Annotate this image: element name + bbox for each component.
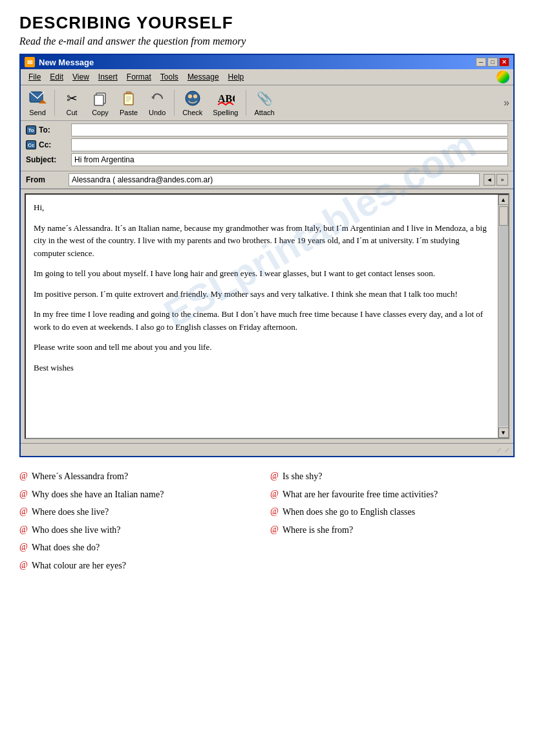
scroll-thumb[interactable] bbox=[499, 206, 508, 226]
cut-button[interactable]: ✂ Cut bbox=[59, 88, 85, 118]
subject-field-row: Subject: bbox=[26, 153, 508, 166]
cc-input[interactable] bbox=[71, 138, 508, 151]
question-icon-6: @ bbox=[19, 560, 28, 570]
question-text-2: Why does she have an Italian name? bbox=[32, 488, 164, 501]
question-8: @ What are her favourite free time activ… bbox=[270, 488, 515, 501]
cc-field-row: Cc Cc: bbox=[26, 138, 508, 151]
question-10: @ Where is she from? bbox=[270, 524, 515, 537]
copy-icon bbox=[91, 89, 109, 107]
menu-edit[interactable]: Edit bbox=[46, 71, 67, 83]
menu-insert[interactable]: Insert bbox=[94, 71, 122, 83]
cut-label: Cut bbox=[66, 109, 77, 116]
paste-button[interactable]: Paste bbox=[116, 88, 142, 118]
question-icon-3: @ bbox=[19, 506, 28, 517]
question-6: @ What colour are her eyes? bbox=[19, 559, 264, 572]
email-p1: Hi, bbox=[34, 201, 490, 214]
question-text-1: Where´s Alessandra from? bbox=[32, 470, 128, 483]
scroll-track[interactable] bbox=[499, 206, 508, 426]
cut-icon: ✂ bbox=[63, 89, 81, 107]
window-title: New Message bbox=[39, 58, 94, 67]
to-field-row: To To: bbox=[26, 124, 508, 136]
to-icon: To bbox=[26, 125, 36, 135]
svg-point-12 bbox=[193, 94, 197, 98]
to-input[interactable] bbox=[71, 124, 508, 136]
question-icon-1: @ bbox=[19, 471, 28, 481]
from-btn-more[interactable]: » bbox=[497, 174, 508, 186]
email-p4: Im positive person. I´m quite extrovert … bbox=[34, 288, 490, 301]
question-2: @ Why does she have an Italian name? bbox=[19, 488, 264, 501]
question-icon-5: @ bbox=[19, 542, 28, 552]
question-icon-10: @ bbox=[270, 524, 279, 535]
send-button[interactable]: Send bbox=[25, 88, 50, 118]
check-icon bbox=[184, 89, 202, 107]
question-icon-9: @ bbox=[270, 506, 279, 517]
toolbar-sep-2 bbox=[174, 90, 175, 116]
attach-label: Attach bbox=[254, 109, 274, 116]
attach-button[interactable]: 📎 Attach bbox=[250, 88, 278, 118]
close-button[interactable]: ✕ bbox=[499, 58, 509, 67]
maximize-button[interactable]: □ bbox=[487, 58, 498, 67]
page-title: DESCRIBING YOURSELF bbox=[19, 13, 515, 33]
to-label: To To: bbox=[26, 125, 71, 135]
question-7: @ Is she shy? bbox=[270, 470, 515, 483]
email-window-icon: ✉ bbox=[25, 57, 35, 67]
menu-help[interactable]: Help bbox=[224, 71, 248, 83]
question-3: @ Where does she live? bbox=[19, 506, 264, 519]
from-bar: From Alessandra ( alessandra@andes.com.a… bbox=[21, 171, 513, 189]
paste-label: Paste bbox=[120, 109, 138, 116]
menu-bar: File Edit View Insert Format Tools Messa… bbox=[21, 69, 513, 85]
attach-icon: 📎 bbox=[255, 89, 273, 107]
minimize-button[interactable]: ─ bbox=[476, 58, 486, 67]
question-icon-2: @ bbox=[19, 489, 28, 499]
cc-label: Cc Cc: bbox=[26, 140, 71, 149]
windows-logo-icon bbox=[497, 70, 509, 83]
undo-button[interactable]: Undo bbox=[144, 88, 170, 118]
menu-message[interactable]: Message bbox=[184, 71, 223, 83]
send-label: Send bbox=[29, 109, 46, 116]
scrollbar[interactable]: ▲ ▼ bbox=[498, 195, 508, 438]
question-text-9: When does she go to English classes bbox=[283, 506, 415, 519]
email-p2: My name´s Alessandra. It´s an Italian na… bbox=[34, 222, 490, 260]
question-icon-8: @ bbox=[270, 489, 279, 499]
copy-label: Copy bbox=[92, 109, 109, 116]
bottom-bar: ⟋⟋ bbox=[21, 443, 513, 456]
email-body-wrapper: Hi, My name´s Alessandra. It´s an Italia… bbox=[21, 189, 513, 443]
scroll-down-button[interactable]: ▼ bbox=[498, 427, 509, 438]
svg-point-11 bbox=[188, 94, 192, 98]
email-body-inner: Hi, My name´s Alessandra. It´s an Italia… bbox=[25, 193, 509, 439]
menu-view[interactable]: View bbox=[69, 71, 93, 83]
title-bar-buttons[interactable]: ─ □ ✕ bbox=[476, 58, 509, 67]
from-label: From bbox=[26, 175, 65, 184]
email-p7: Best wishes bbox=[34, 362, 490, 374]
check-button[interactable]: Check bbox=[178, 88, 206, 118]
toolbar: Send ✂ Cut Copy bbox=[21, 85, 513, 121]
from-buttons[interactable]: ◄ » bbox=[484, 174, 508, 186]
title-bar: ✉ New Message ─ □ ✕ bbox=[21, 55, 513, 69]
question-icon-7: @ bbox=[270, 471, 279, 481]
question-text-5: What does she do? bbox=[32, 541, 100, 554]
toolbar-more-icon[interactable]: » bbox=[504, 97, 509, 109]
question-text-3: Where does she live? bbox=[32, 506, 109, 519]
email-body-text[interactable]: Hi, My name´s Alessandra. It´s an Italia… bbox=[26, 195, 498, 438]
menu-tools[interactable]: Tools bbox=[156, 71, 182, 83]
from-btn-left[interactable]: ◄ bbox=[484, 174, 495, 186]
undo-label: Undo bbox=[149, 109, 166, 116]
scroll-up-button[interactable]: ▲ bbox=[498, 195, 509, 205]
email-p6: Please write soon and tell me about you … bbox=[34, 341, 490, 354]
cc-icon: Cc bbox=[26, 140, 36, 149]
copy-button[interactable]: Copy bbox=[87, 88, 113, 118]
menu-format[interactable]: Format bbox=[123, 71, 155, 83]
spelling-button[interactable]: ABC Spelling bbox=[209, 88, 242, 118]
resize-icon: ⟋⟋ bbox=[495, 446, 511, 455]
subject-input[interactable] bbox=[71, 153, 508, 166]
question-icon-4: @ bbox=[19, 524, 28, 535]
toolbar-sep-1 bbox=[54, 90, 55, 116]
questions-col-2: @ Is she shy? @ What are her favourite f… bbox=[270, 470, 515, 578]
menu-file[interactable]: File bbox=[25, 71, 45, 83]
questions-section: @ Where´s Alessandra from? @ Why does sh… bbox=[19, 470, 515, 578]
question-text-4: Who does she live with? bbox=[32, 524, 121, 537]
spelling-label: Spelling bbox=[213, 109, 238, 116]
question-text-7: Is she shy? bbox=[283, 470, 322, 483]
paste-icon bbox=[120, 89, 138, 107]
title-bar-left: ✉ New Message bbox=[25, 57, 94, 67]
